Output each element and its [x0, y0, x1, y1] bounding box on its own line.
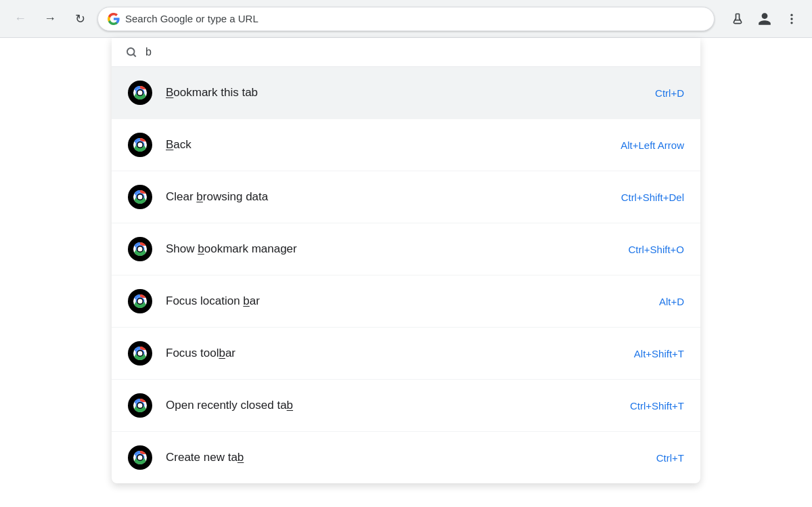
menu-item-label: Show bookmark manager: [166, 242, 628, 256]
profile-icon: [757, 12, 772, 26]
menu-item-shortcut: Ctrl+Shift+T: [630, 400, 684, 412]
menu-item-label: Focus location bar: [166, 294, 659, 308]
menu-item-label: Bookmark this tab: [166, 86, 655, 100]
menu-item-create-new-tab[interactable]: Create new tab Ctrl+T: [112, 432, 700, 483]
chrome-logo-icon: [128, 133, 152, 157]
svg-point-30: [138, 299, 143, 304]
search-icon: [125, 46, 137, 58]
reload-button[interactable]: ↻: [68, 7, 92, 31]
chrome-logo-icon: [128, 185, 152, 209]
menu-item-focus-toolbar[interactable]: Focus toolbar Alt+Shift+T: [112, 328, 700, 380]
menu-item-clear-browsing[interactable]: Clear browsing data Ctrl+Shift+Del: [112, 171, 700, 223]
svg-point-45: [138, 456, 143, 460]
menu-item-show-bookmark-manager[interactable]: Show bookmark manager Ctrl+Shift+O: [112, 223, 700, 275]
menu-item-shortcut: Alt+D: [659, 296, 684, 307]
svg-point-4: [127, 48, 135, 56]
back-button[interactable]: ←: [8, 7, 32, 31]
menu-item-shortcut: Ctrl+D: [655, 87, 684, 99]
svg-point-40: [138, 403, 143, 408]
chrome-logo-icon: [128, 237, 152, 261]
menu-item-label: Back: [166, 138, 621, 152]
browser-toolbar: ← → ↻ Search Google or type a URL: [0, 0, 812, 38]
google-g-icon: [108, 13, 120, 25]
chrome-logo-icon: [128, 81, 152, 105]
svg-point-2: [790, 18, 792, 20]
chrome-logo-icon: [128, 393, 152, 418]
labs-button[interactable]: [725, 7, 750, 31]
menu-item-shortcut: Alt+Shift+T: [634, 348, 684, 359]
menu-item-label: Focus toolbar: [166, 347, 634, 360]
menu-item-shortcut: Alt+Left Arrow: [621, 139, 684, 151]
svg-point-15: [138, 143, 143, 148]
svg-point-35: [138, 351, 143, 356]
svg-point-25: [138, 247, 143, 252]
menu-item-label: Clear browsing data: [166, 190, 621, 204]
menu-item-shortcut: Ctrl+Shift+Del: [621, 192, 684, 203]
menu-item-bookmark-tab[interactable]: Bookmark this tab Ctrl+D: [112, 67, 700, 119]
menu-item-focus-location-bar[interactable]: Focus location bar Alt+D: [112, 275, 700, 328]
toolbar-icons: [725, 7, 804, 31]
profile-button[interactable]: [752, 7, 777, 31]
menu-item-open-recently-closed[interactable]: Open recently closed tab Ctrl+Shift+T: [112, 380, 700, 432]
svg-point-10: [138, 91, 143, 95]
chrome-logo-icon: [128, 341, 152, 366]
search-row: [112, 38, 700, 67]
menu-item-label: Open recently closed tab: [166, 399, 630, 412]
menu-item-back[interactable]: Back Alt+Left Arrow: [112, 119, 700, 171]
svg-point-20: [138, 195, 143, 200]
chrome-logo-icon: [128, 289, 152, 313]
svg-point-3: [790, 22, 792, 24]
menu-item-shortcut: Ctrl+Shift+O: [628, 244, 684, 255]
address-bar[interactable]: Search Google or type a URL: [97, 7, 715, 31]
flask-icon: [731, 12, 744, 26]
svg-point-1: [790, 14, 792, 16]
menu-item-shortcut: Ctrl+T: [656, 452, 684, 464]
menu-button[interactable]: [780, 7, 804, 31]
menu-items-list: Bookmark this tab Ctrl+D Back Alt+Left A…: [112, 67, 700, 483]
svg-line-5: [133, 54, 135, 56]
chrome-logo-icon: [128, 445, 152, 470]
command-dropdown: Bookmark this tab Ctrl+D Back Alt+Left A…: [112, 38, 700, 483]
three-dots-icon: [785, 12, 798, 26]
address-bar-text: Search Google or type a URL: [125, 13, 704, 24]
command-search-input[interactable]: [145, 46, 687, 58]
menu-item-label: Create new tab: [166, 451, 656, 464]
forward-button[interactable]: →: [38, 7, 62, 31]
